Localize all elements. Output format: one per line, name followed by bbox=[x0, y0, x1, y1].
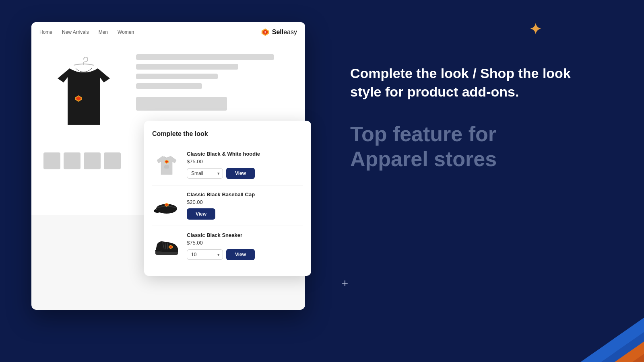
hoodie-image bbox=[152, 150, 181, 179]
sneaker-info: Classic Black Sneaker $75.00 7 8 9 10 11… bbox=[187, 232, 303, 260]
hoodie-price: $75.00 bbox=[187, 158, 303, 165]
cap-price: $20.00 bbox=[187, 199, 303, 205]
svg-text:S: S bbox=[264, 31, 266, 33]
hoodie-icon bbox=[153, 151, 180, 179]
sneaker-size-select-wrapper[interactable]: 7 8 9 10 11 12 bbox=[187, 249, 223, 260]
thumbnail-4[interactable] bbox=[104, 152, 121, 169]
placeholder-subtitle bbox=[136, 64, 238, 70]
nav-home[interactable]: Home bbox=[39, 29, 52, 35]
sneaker-price: $75.00 bbox=[187, 240, 303, 246]
product-thumbnails bbox=[43, 152, 128, 169]
placeholder-line3 bbox=[136, 74, 218, 79]
hoodie-actions: XS Small Medium Large XL View bbox=[187, 168, 303, 179]
thumbnail-2[interactable] bbox=[64, 152, 80, 169]
right-content-area: Complete the look / Shop the look style … bbox=[350, 64, 600, 172]
sneaker-name: Classic Black Sneaker bbox=[187, 232, 303, 238]
ctl-item-hoodie: Classic Black & White hoodie $75.00 XS S… bbox=[152, 145, 303, 185]
sneaker-actions: 7 8 9 10 11 12 View bbox=[187, 249, 303, 260]
hoodie-name: Classic Black & White hoodie bbox=[187, 151, 303, 157]
star-decoration-icon: ✦ bbox=[529, 22, 541, 37]
nav-bar: Home New Arrivals Men Women S Selleasy bbox=[31, 22, 305, 42]
sub-headline: Top feature for Apparel stores bbox=[350, 121, 600, 172]
cross-decoration-icon: + bbox=[342, 277, 348, 290]
sneaker-image bbox=[152, 232, 181, 261]
hoodie-size-select[interactable]: XS Small Medium Large XL bbox=[187, 168, 223, 179]
nav-logo: S Selleasy bbox=[261, 28, 297, 37]
placeholder-line4 bbox=[136, 83, 202, 89]
sneaker-size-select[interactable]: 7 8 9 10 11 12 bbox=[187, 249, 223, 260]
thumbnail-3[interactable] bbox=[84, 152, 101, 169]
cap-name: Classic Black Baseball Cap bbox=[187, 191, 303, 197]
decorative-stripes bbox=[475, 209, 644, 362]
hoodie-view-button[interactable]: View bbox=[226, 168, 255, 179]
sneaker-icon bbox=[153, 232, 180, 260]
selleasy-logo-icon: S bbox=[261, 28, 270, 37]
product-left-column bbox=[43, 50, 128, 207]
tshirt-image bbox=[50, 56, 118, 141]
thumbnail-1[interactable] bbox=[43, 152, 60, 169]
svg-rect-6 bbox=[164, 165, 169, 169]
placeholder-button bbox=[136, 97, 227, 111]
hoodie-size-select-wrapper[interactable]: XS Small Medium Large XL bbox=[187, 168, 223, 179]
cap-info: Classic Black Baseball Cap $20.00 View bbox=[187, 191, 303, 220]
cap-actions: View bbox=[187, 208, 303, 220]
logo-text: Selleasy bbox=[272, 29, 297, 36]
cap-image bbox=[152, 191, 181, 220]
nav-men[interactable]: Men bbox=[99, 29, 108, 35]
cap-icon bbox=[153, 192, 180, 219]
nav-women[interactable]: Women bbox=[118, 29, 134, 35]
placeholder-title bbox=[136, 54, 274, 60]
nav-new-arrivals[interactable]: New Arrivals bbox=[62, 29, 89, 35]
sneaker-view-button[interactable]: View bbox=[226, 249, 255, 260]
complete-the-look-panel: Complete the look Classic Black & White … bbox=[144, 121, 311, 276]
main-headline: Complete the look / Shop the look style … bbox=[350, 64, 600, 101]
cap-view-button[interactable]: View bbox=[187, 208, 215, 220]
ctl-item-cap: Classic Black Baseball Cap $20.00 View bbox=[152, 185, 303, 226]
ctl-item-sneaker: Classic Black Sneaker $75.00 7 8 9 10 11… bbox=[152, 226, 303, 266]
complete-the-look-title: Complete the look bbox=[152, 130, 303, 138]
product-main-image bbox=[43, 50, 124, 147]
hoodie-info: Classic Black & White hoodie $75.00 XS S… bbox=[187, 151, 303, 179]
